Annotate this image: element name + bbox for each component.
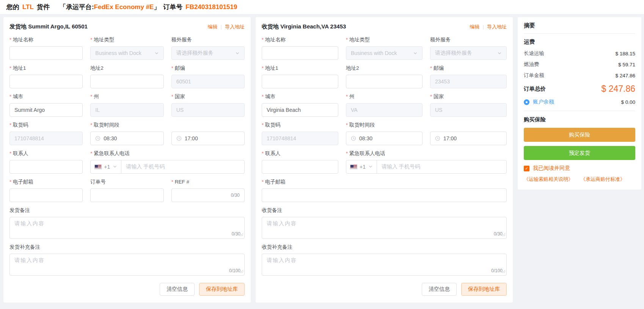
destination-contact-label: 联系人 — [262, 150, 338, 157]
origin-city-label: 城市 — [9, 93, 83, 100]
destination-import-address-link[interactable]: 导入地址 — [487, 24, 507, 30]
origin-phone-label: 紧急联系人电话 — [90, 150, 245, 157]
balance-radio-selected[interactable] — [524, 99, 529, 105]
origin-state-input: IL — [90, 103, 163, 117]
origin-country-code-select[interactable]: +1 — [91, 160, 121, 173]
destination-address1-input[interactable] — [262, 75, 338, 88]
destination-phone-input[interactable]: +1 请输入 手机号码 — [346, 160, 507, 174]
origin-address-name-label: 地址名称 — [9, 36, 83, 43]
chevron-down-icon — [497, 51, 502, 55]
destination-edit-link[interactable]: 编辑 — [470, 24, 480, 30]
destination-extra-note-textarea[interactable]: 请输入内容 0/100 — [262, 254, 507, 276]
book-shipment-button[interactable]: 预定发货 — [524, 146, 635, 160]
origin-pickup-start-time-input[interactable]: 08:30 — [90, 132, 163, 145]
destination-state-input: VA — [346, 103, 423, 117]
origin-contact-input[interactable] — [9, 160, 83, 174]
chevron-down-icon — [368, 164, 373, 170]
destination-contact-input[interactable] — [262, 160, 338, 174]
origin-city-input[interactable] — [9, 103, 83, 117]
destination-email-input[interactable] — [262, 188, 507, 202]
destination-city-label: 城市 — [262, 93, 338, 100]
destination-address-type-select: Business with Dock — [346, 46, 423, 60]
origin-order-no-input[interactable] — [90, 188, 163, 202]
origin-title: 发货地 Summit Argo,IL 60501 — [9, 23, 88, 30]
origin-ref-input[interactable]: 0/30 — [171, 188, 245, 202]
destination-title: 收货地 Virginia Beach,VA 23453 — [262, 23, 346, 30]
origin-zip-label: 邮编 — [171, 65, 245, 72]
origin-phone-number-field[interactable]: 请输入 手机号码 — [121, 163, 244, 170]
destination-zip-label: 邮编 — [430, 65, 507, 72]
chevron-down-icon — [235, 51, 240, 55]
destination-address2-input[interactable] — [346, 75, 423, 88]
origin-import-address-link[interactable]: 导入地址 — [225, 24, 245, 30]
destination-pickup-end-time-input[interactable]: 17:00 — [430, 132, 507, 145]
origin-extra-service-select: 请选择额外服务 — [171, 46, 245, 60]
transport-claims-link[interactable]: 《运输索赔相关说明》 — [524, 176, 573, 183]
destination-address2-label: 地址2 — [346, 65, 423, 72]
origin-pickup-end-time-input[interactable]: 17:00 — [171, 132, 245, 145]
destination-note-textarea[interactable]: 请输入内容 0/30 — [262, 217, 507, 239]
title-prefix: 您的 — [6, 3, 19, 11]
summary-title: 摘要 — [524, 22, 635, 34]
fee-row-fuel: 燃油费 $ 59.71 — [524, 61, 635, 68]
origin-note-textarea[interactable]: 请输入内容 0/30 — [9, 217, 245, 239]
origin-address2-label: 地址2 — [90, 65, 163, 72]
origin-clear-button[interactable]: 清空信息 — [160, 283, 195, 296]
us-flag-icon — [350, 165, 357, 169]
destination-clear-button[interactable]: 清空信息 — [422, 283, 457, 296]
resize-handle-icon[interactable] — [502, 268, 506, 274]
origin-panel: 发货地 Summit Argo,IL 60501 编辑 | 导入地址 地址名称 … — [3, 17, 251, 303]
destination-address-type-label: 地址类型 — [346, 36, 423, 43]
origin-pickup-window-label: 取货时间段 — [90, 122, 245, 129]
origin-address1-label: 地址1 — [9, 65, 83, 72]
destination-email-label: 电子邮箱 — [262, 179, 507, 185]
summary-panel: 摘要 运费 长途运输 $ 188.15 燃油费 $ 59.71 订单金额 $ 2… — [518, 17, 641, 190]
clock-icon — [351, 136, 356, 141]
destination-country-code-select[interactable]: +1 — [346, 160, 377, 173]
chevron-down-icon — [113, 164, 117, 170]
origin-extra-note-textarea[interactable]: 请输入内容 0/100 — [9, 254, 245, 276]
agreement-checkbox-checked[interactable]: ✓ — [524, 166, 529, 171]
platform-name: FedEx Economy #E — [94, 3, 154, 11]
destination-pickup-start-time-input[interactable]: 08:30 — [346, 132, 423, 145]
destination-address-name-input[interactable] — [262, 46, 338, 60]
buy-insurance-button[interactable]: 购买保险 — [524, 128, 635, 142]
destination-phone-number-field[interactable]: 请输入 手机号码 — [377, 163, 506, 170]
fee-row-order-amount: 订单金额 $ 247.86 — [524, 72, 635, 79]
order-total-row: 订单总价 $ 247.86 — [524, 84, 635, 94]
origin-address1-input[interactable] — [9, 75, 83, 88]
order-total-label: 订单总价 — [524, 85, 546, 93]
origin-extra-service-label: 额外服务 — [171, 36, 245, 43]
origin-ref-label: REF # — [171, 179, 245, 185]
origin-address-name-input[interactable] — [9, 46, 83, 60]
link-separator: | — [483, 24, 484, 30]
destination-country-label: 国家 — [430, 93, 507, 100]
origin-email-input[interactable] — [9, 188, 83, 202]
destination-city-input[interactable] — [262, 103, 338, 117]
agreement-text: 我已阅读并同意 — [533, 165, 570, 172]
title-suffix: 货件 — [37, 3, 50, 11]
origin-address-summary: Summit Argo,IL 60501 — [28, 23, 88, 30]
origin-country-label: 国家 — [171, 93, 245, 100]
char-counter: 0/100 — [229, 268, 240, 273]
origin-address-type-label: 地址类型 — [90, 36, 163, 43]
order-total-value: $ 247.86 — [601, 84, 635, 94]
origin-contact-label: 联系人 — [9, 150, 83, 157]
destination-save-address-button[interactable]: 保存到地址库 — [461, 283, 507, 296]
fee-row-linehaul: 长途运输 $ 188.15 — [524, 50, 635, 57]
resize-handle-icon[interactable] — [240, 268, 243, 274]
char-counter: 0/30 — [494, 231, 503, 237]
agreement-row: ✓ 我已阅读并同意 — [524, 165, 635, 172]
resize-handle-icon[interactable] — [240, 232, 243, 238]
origin-phone-input[interactable]: +1 请输入 手机号码 — [90, 160, 245, 174]
platform-bracket-open: 「承运平台: — [60, 3, 94, 11]
order-number: FB240318101519 — [185, 3, 237, 11]
origin-country-input: US — [171, 103, 245, 117]
origin-save-address-button[interactable]: 保存到地址库 — [199, 283, 245, 296]
carrier-compensation-link[interactable]: 《承运商赔付标准》 — [581, 176, 625, 183]
resize-handle-icon[interactable] — [502, 232, 506, 238]
origin-address-type-select: Business with Dock — [90, 46, 163, 60]
origin-address2-input[interactable] — [90, 75, 163, 88]
divider — [524, 111, 635, 111]
origin-edit-link[interactable]: 编辑 — [208, 24, 218, 30]
